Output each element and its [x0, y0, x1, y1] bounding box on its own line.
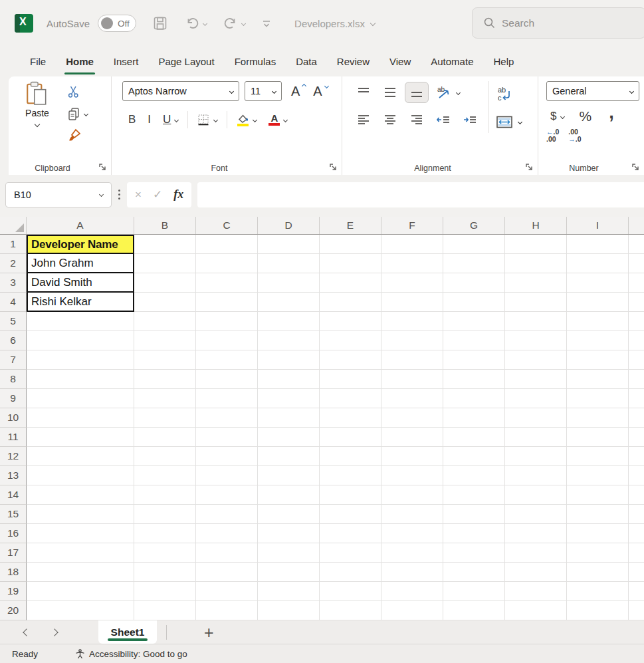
cell-D19[interactable] [258, 582, 320, 601]
cell-E9[interactable] [320, 389, 381, 408]
cell-F20[interactable] [381, 601, 443, 620]
row-header-7[interactable]: 7 [0, 350, 27, 370]
cell-D14[interactable] [258, 485, 320, 505]
cell-G14[interactable] [443, 485, 505, 505]
bottom-align-button[interactable] [405, 82, 429, 103]
ribbon-tab-home[interactable]: Home [56, 47, 104, 76]
cell-H13[interactable] [505, 466, 567, 485]
cell-G10[interactable] [443, 408, 505, 428]
cell-E15[interactable] [320, 505, 381, 524]
cell-F10[interactable] [381, 408, 443, 428]
cell-C3[interactable] [196, 273, 258, 293]
number-dialog-launcher-icon[interactable] [631, 163, 640, 172]
cell-B13[interactable] [134, 466, 196, 485]
cell-H7[interactable] [505, 350, 567, 370]
cell-A18[interactable] [27, 563, 134, 582]
cell-H1[interactable] [505, 235, 567, 254]
cell-H15[interactable] [505, 505, 567, 524]
cancel-button[interactable]: × [135, 188, 142, 201]
cell-C12[interactable] [196, 447, 258, 466]
cell-E16[interactable] [320, 524, 381, 543]
cell-A1[interactable]: Developer Name [27, 235, 134, 254]
cell-I19[interactable] [567, 582, 629, 601]
cell-F1[interactable] [381, 235, 443, 254]
cell-G12[interactable] [443, 447, 505, 466]
cell-C15[interactable] [196, 505, 258, 524]
merge-center-button[interactable] [496, 110, 522, 133]
cell-A2[interactable]: John Grahm [27, 254, 134, 273]
cell-C7[interactable] [196, 350, 258, 370]
cell-G7[interactable] [443, 350, 505, 370]
cell-B7[interactable] [134, 350, 196, 370]
increase-font-size-button[interactable]: A [287, 84, 304, 99]
cell-E1[interactable] [320, 235, 381, 254]
cell-F15[interactable] [381, 505, 443, 524]
redo-button[interactable] [223, 15, 245, 31]
cell-A12[interactable] [27, 447, 134, 466]
cell-C10[interactable] [196, 408, 258, 428]
comma-style-button[interactable]: , [602, 109, 621, 116]
align-left-button[interactable] [352, 109, 376, 130]
top-align-button[interactable] [352, 82, 376, 103]
cell-C9[interactable] [196, 389, 258, 408]
cell-D5[interactable] [258, 312, 320, 331]
cell-E5[interactable] [320, 312, 381, 331]
redo-dropdown-icon[interactable] [241, 21, 246, 25]
cell-I13[interactable] [567, 466, 629, 485]
cell-C16[interactable] [196, 524, 258, 543]
cell-C11[interactable] [196, 428, 258, 447]
ribbon-tab-file[interactable]: File [20, 47, 56, 76]
fill-color-dropdown-icon[interactable] [253, 117, 257, 122]
formula-input[interactable] [197, 182, 644, 207]
cell-D8[interactable] [258, 370, 320, 389]
cell-G13[interactable] [443, 466, 505, 485]
merge-center-dropdown-icon[interactable] [518, 119, 522, 124]
cell-F7[interactable] [381, 350, 443, 370]
font-name-combo[interactable]: Aptos Narrow [122, 81, 239, 101]
row-header-13[interactable]: 13 [0, 466, 27, 485]
cell-G1[interactable] [443, 235, 505, 254]
ribbon-tab-automate[interactable]: Automate [421, 47, 483, 76]
ribbon-tab-page-layout[interactable]: Page Layout [148, 47, 224, 76]
cell-F19[interactable] [381, 582, 443, 601]
cell-D20[interactable] [258, 601, 320, 620]
center-button[interactable] [378, 109, 402, 130]
column-header-D[interactable]: D [258, 217, 320, 234]
previous-sheet-icon[interactable] [23, 628, 30, 636]
column-header-B[interactable]: B [134, 217, 196, 234]
cell-F5[interactable] [381, 312, 443, 331]
cell-C4[interactable] [196, 293, 258, 312]
cell-I11[interactable] [567, 428, 629, 447]
cell-G16[interactable] [443, 524, 505, 543]
row-header-16[interactable]: 16 [0, 524, 27, 543]
cell-D4[interactable] [258, 293, 320, 312]
cell-C5[interactable] [196, 312, 258, 331]
cell-H19[interactable] [505, 582, 567, 601]
font-size-combo[interactable]: 11 [245, 81, 282, 101]
align-right-button[interactable] [405, 109, 429, 130]
cell-F17[interactable] [381, 543, 443, 563]
cell-I1[interactable] [567, 235, 629, 254]
ribbon-tab-formulas[interactable]: Formulas [225, 47, 286, 76]
cell-B14[interactable] [134, 485, 196, 505]
cell-E17[interactable] [320, 543, 381, 563]
cell-H6[interactable] [505, 331, 567, 350]
cell-E14[interactable] [320, 485, 381, 505]
row-header-9[interactable]: 9 [0, 389, 27, 408]
cell-G5[interactable] [443, 312, 505, 331]
cell-D2[interactable] [258, 254, 320, 273]
cell-B15[interactable] [134, 505, 196, 524]
cell-D7[interactable] [258, 350, 320, 370]
name-box[interactable]: B10 [5, 182, 112, 207]
orientation-dropdown-icon[interactable] [455, 90, 460, 94]
add-sheet-button[interactable]: + [204, 626, 214, 639]
decrease-font-size-button[interactable]: A [309, 84, 326, 99]
cell-G18[interactable] [443, 563, 505, 582]
cell-A17[interactable] [27, 543, 134, 563]
cell-A3[interactable]: David Smith [27, 273, 134, 293]
alignment-dialog-launcher-icon[interactable] [525, 163, 534, 172]
enter-button[interactable]: ✓ [153, 188, 162, 201]
cell-B6[interactable] [134, 331, 196, 350]
cell-A4[interactable]: Rishi Kelkar [27, 293, 134, 312]
cell-H12[interactable] [505, 447, 567, 466]
